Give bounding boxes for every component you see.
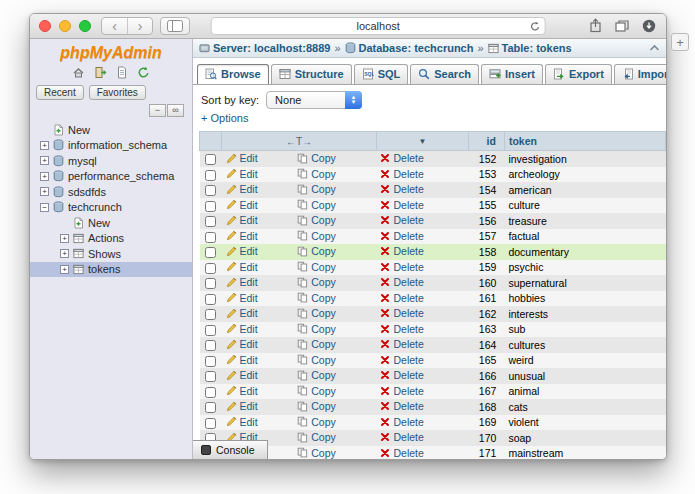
copy-link[interactable]: Copy [297,276,336,288]
expand-box-icon[interactable]: + [40,187,49,196]
reload-icon[interactable] [530,21,541,32]
row-checkbox[interactable] [205,294,216,305]
tab-search[interactable]: Search [410,64,479,84]
delete-link[interactable]: Delete [380,307,423,319]
copy-link[interactable]: Copy [297,292,336,304]
delete-link[interactable]: Delete [380,385,423,397]
home-icon[interactable] [72,66,85,79]
delete-link[interactable]: Delete [380,276,423,288]
row-checkbox[interactable] [205,185,216,196]
row-checkbox[interactable] [205,201,216,212]
expand-box-icon[interactable]: + [40,141,49,150]
row-checkbox[interactable] [205,154,216,165]
edit-link[interactable]: Edit [226,307,258,319]
edit-link[interactable]: Edit [226,292,258,304]
row-checkbox[interactable] [205,402,216,413]
column-order-icon[interactable]: ←T→ [286,136,312,147]
edit-link[interactable]: Edit [226,276,258,288]
options-toggle-link[interactable]: + Options [201,112,248,124]
delete-link[interactable]: Delete [380,338,423,350]
edit-link[interactable]: Edit [226,183,258,195]
tree-item-tokens[interactable]: +tokens [30,262,192,278]
edit-link[interactable]: Edit [226,214,258,226]
edit-link[interactable]: Edit [226,230,258,242]
tree-item-sdsdfds[interactable]: +sdsdfds [30,184,192,200]
copy-link[interactable]: Copy [297,152,336,164]
edit-link[interactable]: Edit [226,323,258,335]
collapse-panel-icon[interactable] [649,44,660,52]
expand-box-icon[interactable]: + [40,156,49,165]
copy-link[interactable]: Copy [297,307,336,319]
edit-link[interactable]: Edit [226,400,258,412]
options-dropdown-icon[interactable]: ▼ [418,137,426,146]
expand-box-icon[interactable]: + [60,265,69,274]
edit-link[interactable]: Edit [226,261,258,273]
zoom-window-button[interactable] [79,20,91,32]
tab-sql[interactable]: SQLSQL [354,64,409,84]
expand-box-icon[interactable]: + [40,172,49,181]
minimize-window-button[interactable] [59,20,71,32]
docs-icon[interactable] [116,66,128,79]
tab-structure[interactable]: Structure [271,64,352,84]
forward-button[interactable]: › [127,18,152,34]
edit-link[interactable]: Edit [226,385,258,397]
back-button[interactable]: ‹ [102,18,127,34]
edit-link[interactable]: Edit [226,338,258,350]
recent-button[interactable]: Recent [36,85,84,100]
breadcrumb-item[interactable]: Database: techcrunch [345,42,474,54]
row-checkbox[interactable] [205,309,216,320]
delete-link[interactable]: Delete [380,183,423,195]
tab-import[interactable]: Import [614,64,666,84]
row-checkbox[interactable] [205,356,216,367]
breadcrumb-item[interactable]: Server: localhost:8889 [199,42,330,54]
sort-id-link[interactable]: id [487,135,496,147]
edit-link[interactable]: Edit [226,152,258,164]
edit-link[interactable]: Edit [226,369,258,381]
row-checkbox[interactable] [205,170,216,181]
breadcrumb-item[interactable]: Table: tokens [488,42,572,54]
row-checkbox[interactable] [205,232,216,243]
tree-item-performance_schema[interactable]: +performance_schema [30,169,192,185]
delete-link[interactable]: Delete [380,416,423,428]
edit-link[interactable]: Edit [226,199,258,211]
copy-link[interactable]: Copy [297,447,336,459]
row-checkbox[interactable] [205,418,216,429]
downloads-button[interactable] [642,19,656,33]
copy-link[interactable]: Copy [297,369,336,381]
row-checkbox[interactable] [205,263,216,274]
refresh-icon[interactable] [137,66,150,79]
copy-link[interactable]: Copy [297,245,336,257]
expand-box-icon[interactable]: + [60,249,69,258]
tree-item-information_schema[interactable]: +information_schema [30,138,192,154]
delete-link[interactable]: Delete [380,323,423,335]
delete-link[interactable]: Delete [380,369,423,381]
address-bar[interactable]: localhost [211,17,546,35]
delete-link[interactable]: Delete [380,230,423,242]
tree-item-new[interactable]: New [30,215,192,231]
copy-link[interactable]: Copy [297,199,336,211]
copy-link[interactable]: Copy [297,183,336,195]
delete-link[interactable]: Delete [380,199,423,211]
collapse-box-icon[interactable]: − [40,203,49,212]
expand-box-icon[interactable]: + [60,234,69,243]
collapse-all-button[interactable]: − [149,104,166,117]
overlay-plus-button[interactable]: + [671,33,689,51]
copy-link[interactable]: Copy [297,416,336,428]
copy-link[interactable]: Copy [297,354,336,366]
edit-link[interactable]: Edit [226,354,258,366]
link-panel-button[interactable]: ∞ [167,104,184,117]
copy-link[interactable]: Copy [297,214,336,226]
tree-item-new[interactable]: New [30,122,192,138]
tab-insert[interactable]: Insert [481,64,543,84]
row-checkbox[interactable] [205,340,216,351]
row-checkbox[interactable] [205,387,216,398]
edit-link[interactable]: Edit [226,245,258,257]
copy-link[interactable]: Copy [297,230,336,242]
delete-link[interactable]: Delete [380,447,423,459]
copy-link[interactable]: Copy [297,385,336,397]
row-checkbox[interactable] [205,247,216,258]
tab-export[interactable]: Export [545,64,612,84]
delete-link[interactable]: Delete [380,261,423,273]
copy-link[interactable]: Copy [297,400,336,412]
delete-link[interactable]: Delete [380,400,423,412]
